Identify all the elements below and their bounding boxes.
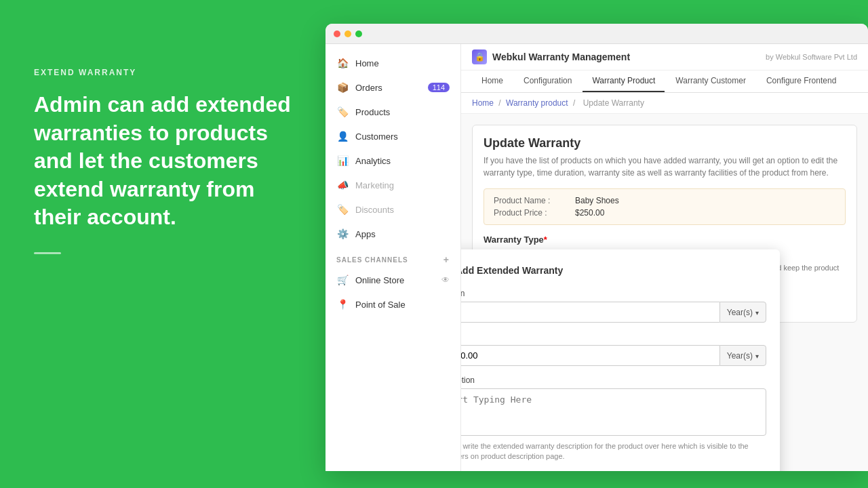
tab-configuration[interactable]: Configuration [514,70,581,92]
tab-warranty-customer[interactable]: Warranty Customer [666,70,755,92]
products-icon: 🏷️ [336,106,349,118]
update-warranty-desc: If you have the list of products on whic… [484,155,846,179]
dot-red [334,30,340,37]
duration-input[interactable] [461,302,719,323]
divider [34,252,61,254]
price-row: $ Year(s) [461,345,766,366]
nav-tabs: Home Configuration Warranty Product Warr… [461,70,868,92]
app-icon: 🔒 [472,49,487,64]
apps-icon: ⚙️ [336,228,349,240]
sidebar-item-online-store[interactable]: 🛒 Online Store 👁 [326,268,460,292]
price-unit-select[interactable]: Year(s) [719,345,766,366]
extend-tag: EXTEND WARRANTY [34,68,292,77]
sidebar: 🏠 Home 📦 Orders 114 🏷️ Products 👤 Custom… [326,44,461,471]
breadcrumb-warranty-product[interactable]: Warranty product [506,98,568,108]
online-store-icon: 🛒 [336,274,349,286]
sales-channels-label: SALES CHANNELS + [326,246,460,268]
sidebar-item-pos[interactable]: 📍 Point of Sale [326,292,460,317]
left-panel: EXTEND WARRANTY Admin can add extended w… [0,0,326,488]
orders-icon: 📦 [336,81,349,94]
top-nav: 🔒 Webkul Warranty Management by Webkul S… [461,44,868,93]
dot-green-browser [355,30,362,37]
form-title: Add Extended Warranty [461,265,563,276]
update-warranty-title: Update Warranty [484,136,846,150]
sidebar-item-products[interactable]: 🏷️ Products [326,100,460,124]
home-icon: 🏠 [336,57,349,69]
add-channel-icon[interactable]: + [443,254,450,265]
form-header: ✓ Add Extended Warranty [461,263,766,278]
by-label: by Webkul Software Pvt Ltd [766,53,857,61]
warranty-type-title: Warranty Type* [484,235,846,245]
duration-field: Duration Year(s) [461,289,766,323]
product-price-row: Product Price : $250.00 [494,208,835,218]
price-label: Price [461,332,766,342]
orders-badge: 114 [428,83,450,92]
main-headline: Admin can add extended warranties to pro… [34,91,292,232]
online-store-eye-icon[interactable]: 👁 [441,275,450,285]
app-title: 🔒 Webkul Warranty Management [472,49,630,64]
duration-row: Year(s) [461,302,766,323]
floating-form: ✓ Add Extended Warranty Duration Year(s) [461,249,780,471]
discounts-icon: 🏷️ [336,203,349,216]
price-input[interactable] [461,345,719,366]
description-field: Description You can write the extended w… [461,375,766,462]
customers-icon: 👤 [336,130,349,142]
main-area: 🔒 Webkul Warranty Management by Webkul S… [461,44,868,471]
product-price-label: Product Price : [494,208,561,218]
tab-warranty-product[interactable]: Warranty Product [583,70,665,92]
sidebar-item-apps[interactable]: ⚙️ Apps [326,222,460,246]
browser-window: 🏠 Home 📦 Orders 114 🏷️ Products 👤 Custom… [326,24,868,471]
product-info-table: Product Name : Baby Shoes Product Price … [484,188,846,225]
sidebar-item-home[interactable]: 🏠 Home [326,51,460,75]
product-name-row: Product Name : Baby Shoes [494,196,835,205]
description-helper: You can write the extended warranty desc… [461,441,766,462]
duration-unit-select[interactable]: Year(s) [719,302,766,323]
tab-configure-frontend[interactable]: Configure Frontend [757,70,846,92]
duration-chevron-icon [755,308,759,317]
breadcrumb-current: Update Warranty [583,98,644,108]
breadcrumb: Home / Warranty product / Update Warrant… [461,93,868,114]
browser-bar [326,24,868,44]
content-area: Update Warranty If you have the list of … [461,114,868,471]
product-price-value: $250.00 [575,208,604,218]
product-name-value: Baby Shoes [575,196,619,205]
duration-label: Duration [461,289,766,298]
product-name-label: Product Name : [494,196,561,205]
sidebar-item-customers[interactable]: 👤 Customers [326,124,460,148]
marketing-icon: 📣 [336,179,349,191]
description-input[interactable] [461,388,766,436]
sidebar-item-marketing[interactable]: 📣 Marketing [326,173,460,197]
breadcrumb-home[interactable]: Home [472,98,494,108]
price-chevron-icon [755,351,759,361]
sidebar-item-orders[interactable]: 📦 Orders 114 [326,75,460,100]
analytics-icon: 📊 [336,155,349,167]
sidebar-item-discounts[interactable]: 🏷️ Discounts [326,197,460,222]
tab-home[interactable]: Home [472,70,513,92]
price-field: Price $ Year(s) [461,332,766,366]
pos-icon: 📍 [336,298,349,310]
dot-yellow [344,30,351,37]
browser-content: 🏠 Home 📦 Orders 114 🏷️ Products 👤 Custom… [326,44,868,471]
app-header: 🔒 Webkul Warranty Management by Webkul S… [461,44,868,70]
sidebar-item-analytics[interactable]: 📊 Analytics [326,148,460,173]
description-label: Description [461,375,766,385]
